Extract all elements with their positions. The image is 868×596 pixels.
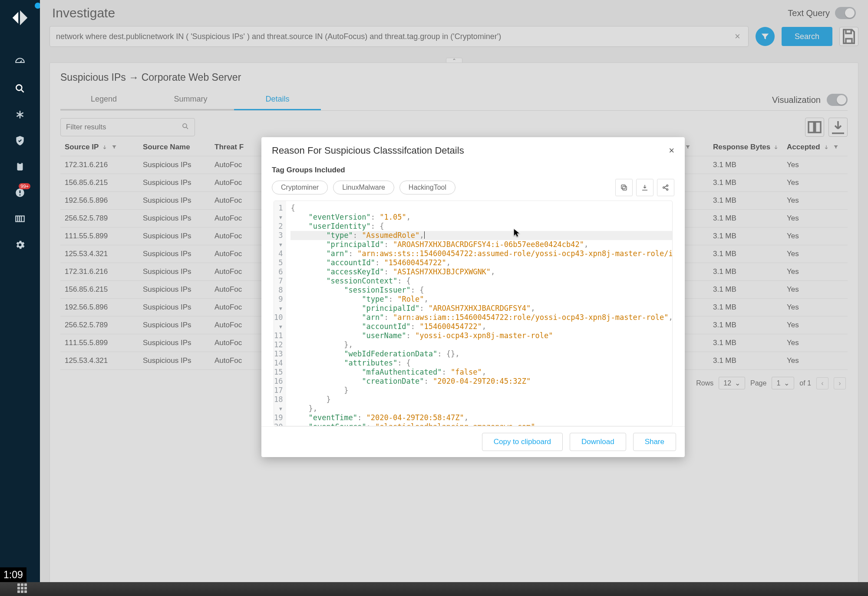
cell-response-bytes: 3.1 MB — [709, 352, 782, 370]
tab-details[interactable]: Details — [234, 89, 321, 110]
panel-title: Suspicious IPs → Corporate Web Server — [60, 72, 848, 83]
details-modal: Reason For Suspicious Classsifcation Det… — [261, 137, 685, 457]
copy-icon[interactable] — [615, 179, 633, 196]
text-query-toggle[interactable] — [835, 7, 856, 19]
svg-rect-1 — [17, 163, 23, 170]
top-bar: Investigate Text Query — [40, 0, 868, 26]
cell-source-name: Suspicious IPs — [139, 334, 210, 352]
tag-chip[interactable]: HackingTool — [399, 181, 455, 194]
main-area: Investigate Text Query × Search ⌃ Suspic… — [40, 0, 868, 596]
share-icon[interactable] — [657, 179, 674, 196]
filter-results-input[interactable] — [66, 123, 182, 132]
download-button[interactable] — [828, 118, 848, 137]
inventory-icon[interactable] — [12, 211, 28, 227]
cell-source-ip: 192.56.5.896 — [60, 192, 139, 210]
cell-response-bytes: 3.1 MB — [709, 281, 782, 299]
side-nav: 99+ — [0, 0, 40, 596]
cell-accepted: Yes — [782, 281, 848, 299]
rows-select[interactable]: 12⌄ — [719, 377, 745, 389]
cell-response-bytes: 3.1 MB — [709, 334, 782, 352]
svg-rect-8 — [809, 122, 814, 133]
filter-results-wrap — [60, 118, 195, 136]
brand-logo[interactable] — [10, 8, 30, 28]
cell-accepted: Yes — [782, 334, 848, 352]
video-timecode: 1:09 — [0, 567, 26, 582]
cell-source-name: Suspicious IPs — [139, 263, 210, 281]
page-label: Page — [750, 379, 766, 387]
cell-accepted: Yes — [782, 192, 848, 210]
visualization-toggle[interactable] — [827, 94, 848, 106]
save-query-button[interactable] — [839, 27, 858, 46]
modal-title: Reason For Suspicious Classsifcation Det… — [272, 145, 464, 156]
cell-source-name: Suspicious IPs — [139, 281, 210, 299]
cell-source-ip: 125.53.4.321 — [60, 352, 139, 370]
cell-source-ip: 256.52.5.789 — [60, 210, 139, 227]
prev-page-button[interactable]: ‹ — [816, 377, 828, 389]
app-grid-icon[interactable] — [17, 583, 29, 595]
page-select[interactable]: 1⌄ — [772, 377, 794, 389]
cell-source-name: Suspicious IPs — [139, 192, 210, 210]
rows-label: Rows — [696, 379, 713, 387]
clipboard-icon[interactable] — [12, 159, 28, 175]
cell-accepted: Yes — [782, 227, 848, 245]
chevron-down-icon: ⌄ — [784, 379, 789, 387]
shield-icon[interactable] — [12, 133, 28, 148]
svg-point-7 — [183, 124, 187, 128]
filter-button[interactable] — [756, 27, 775, 46]
text-query-label: Text Query — [788, 8, 830, 18]
close-icon[interactable]: × — [669, 145, 674, 156]
tab-summary[interactable]: Summary — [147, 89, 234, 110]
cell-response-bytes: 3.1 MB — [709, 299, 782, 316]
tab-legend[interactable]: Legend — [60, 89, 147, 110]
share-button[interactable]: Share — [633, 433, 676, 451]
col-source-name[interactable]: Source Name — [143, 143, 190, 151]
filter-icon[interactable] — [832, 144, 839, 151]
code-viewer[interactable]: 1 ▾23 ▾456789 ▾10 ▾1112131415161718 ▾192… — [274, 201, 673, 426]
search-button[interactable]: Search — [782, 27, 832, 46]
tag-chip[interactable]: Cryptominer — [272, 181, 328, 194]
columns-button[interactable] — [805, 118, 824, 137]
search-small-icon[interactable] — [182, 122, 189, 132]
cell-source-ip: 192.56.5.896 — [60, 299, 139, 316]
cell-source-ip: 156.85.6.215 — [60, 281, 139, 299]
filter-icon[interactable] — [684, 144, 691, 151]
cell-accepted: Yes — [782, 245, 848, 263]
gear-icon[interactable] — [12, 237, 28, 253]
sort-icon[interactable] — [823, 144, 830, 151]
sort-icon[interactable] — [773, 144, 779, 151]
svg-rect-11 — [621, 185, 625, 189]
filter-icon[interactable] — [782, 144, 782, 151]
cell-source-name: Suspicious IPs — [139, 245, 210, 263]
svg-point-4 — [19, 194, 20, 195]
col-source-ip[interactable]: Source IP — [65, 143, 99, 151]
cell-response-bytes: 3.1 MB — [709, 227, 782, 245]
svg-rect-2 — [19, 162, 22, 164]
clear-icon[interactable]: × — [733, 31, 742, 42]
cell-accepted: Yes — [782, 316, 848, 334]
search-icon[interactable] — [12, 81, 28, 96]
copy-to-clipboard-button[interactable]: Copy to clipboard — [482, 433, 563, 451]
sort-icon[interactable] — [101, 144, 108, 151]
filter-icon[interactable] — [111, 144, 118, 151]
modal-download-button[interactable]: Download — [570, 433, 626, 451]
cell-source-ip: 156.85.6.215 — [60, 174, 139, 192]
cell-accepted: Yes — [782, 352, 848, 370]
cell-accepted: Yes — [782, 263, 848, 281]
col-threat[interactable]: Threat F — [215, 143, 244, 151]
cell-source-ip: 172.31.6.216 — [60, 263, 139, 281]
alert-icon[interactable]: 99+ — [12, 185, 28, 201]
col-accepted[interactable]: Accepted — [787, 143, 820, 151]
dashboard-icon[interactable] — [12, 55, 28, 70]
query-input[interactable] — [56, 32, 733, 41]
cell-response-bytes: 3.1 MB — [709, 156, 782, 174]
cell-response-bytes: 3.1 MB — [709, 210, 782, 227]
asterisk-icon[interactable] — [12, 107, 28, 122]
cell-response-bytes: 3.1 MB — [709, 174, 782, 192]
visualization-label: Visualization — [772, 95, 821, 105]
chevron-down-icon: ⌄ — [735, 379, 740, 387]
col-response-bytes[interactable]: Response Bytes — [713, 143, 770, 151]
tag-chip[interactable]: LinuxMalware — [333, 181, 394, 194]
download-icon[interactable] — [636, 179, 653, 196]
svg-rect-10 — [623, 186, 627, 190]
next-page-button[interactable]: › — [834, 377, 846, 389]
